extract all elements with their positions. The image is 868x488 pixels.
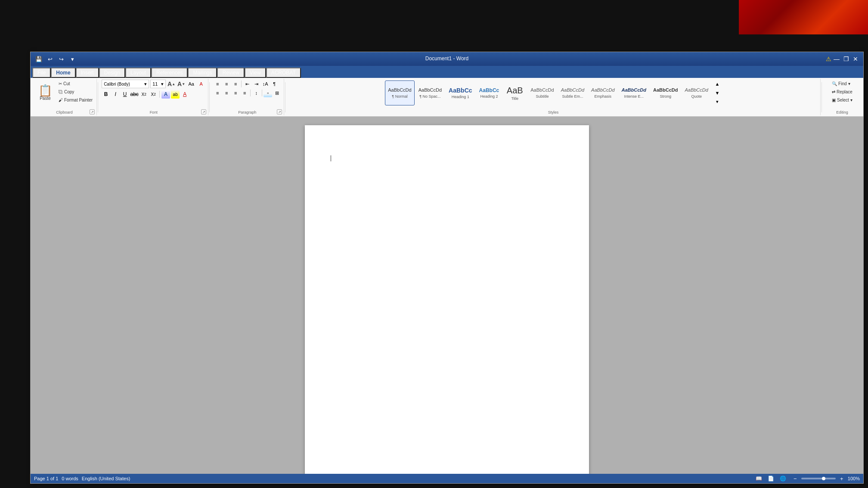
show-marks-button[interactable]: ¶: [270, 80, 279, 88]
styles-scroll-down[interactable]: ▼: [713, 89, 722, 97]
style-strong[interactable]: AaBbCcDd Strong: [650, 80, 681, 105]
tab-acrobat[interactable]: ACROBAT: [266, 68, 301, 78]
style-no-spacing-label: ¶ No Spac...: [419, 94, 440, 99]
tab-references[interactable]: References: [151, 68, 188, 78]
language-indicator[interactable]: English (United States): [82, 476, 130, 481]
style-normal[interactable]: AaBbCcDd ¶ Normal: [385, 80, 414, 105]
qat-customize-button[interactable]: ▾: [68, 54, 77, 64]
styles-scroll-up[interactable]: ▲: [713, 80, 722, 88]
style-title[interactable]: AaB Title: [503, 80, 527, 105]
style-subtitle-preview: AaBbCcDd: [530, 87, 554, 93]
styles-row: AaBbCcDd ¶ Normal AaBbCcDd ¶ No Spac... …: [385, 80, 722, 106]
tab-home[interactable]: Home: [51, 68, 75, 78]
text-cursor: [331, 155, 331, 161]
align-left-button[interactable]: ≡: [213, 89, 222, 97]
align-right-button[interactable]: ≡: [231, 89, 240, 97]
divider-4: [822, 82, 822, 112]
justify-button[interactable]: ≡: [240, 89, 249, 97]
style-subtle-em-label: Subtle Em...: [562, 94, 583, 99]
paste-button[interactable]: 📋 Paste: [35, 80, 56, 105]
divider-1: [98, 82, 98, 112]
multilevel-button[interactable]: ≡: [231, 80, 240, 88]
style-intense-e[interactable]: AaBbCcDd Intense E...: [619, 80, 649, 105]
tab-insert[interactable]: Insert: [76, 68, 99, 78]
tab-mailings[interactable]: Mailings: [188, 68, 217, 78]
shading-button[interactable]: ▫: [264, 89, 272, 97]
styles-expand[interactable]: ▾: [713, 98, 722, 106]
redo-button[interactable]: ↪: [56, 54, 66, 64]
tab-file[interactable]: File: [32, 68, 51, 78]
copy-button[interactable]: ⿻ Copy: [57, 88, 94, 96]
style-emphasis[interactable]: AaBbCcDd Emphasis: [588, 80, 617, 105]
watermark: [739, 0, 868, 34]
tab-layout[interactable]: Layout: [125, 68, 151, 78]
editing-group-label: Editing: [823, 110, 862, 114]
divider-3: [285, 82, 285, 112]
font-launcher[interactable]: ↗: [201, 109, 206, 114]
style-heading1-label: Heading 1: [452, 95, 469, 99]
strikethrough-button[interactable]: abc: [130, 90, 139, 99]
styles-group: AaBbCcDd ¶ Normal AaBbCcDd ¶ No Spac... …: [286, 79, 821, 115]
increase-indent-button[interactable]: ⇥: [252, 80, 260, 88]
status-bar: Page 1 of 1 0 words English (United Stat…: [31, 474, 863, 483]
document-area: [31, 117, 863, 474]
cut-icon: ✂: [59, 81, 62, 86]
font-size-selector[interactable]: 11 ▾: [150, 80, 166, 88]
bullets-button[interactable]: ≡: [213, 80, 222, 88]
style-heading2[interactable]: AaBbCc Heading 2: [476, 80, 502, 105]
undo-button[interactable]: ↩: [45, 54, 55, 64]
font-shrink-button[interactable]: A▼: [177, 80, 186, 88]
close-button[interactable]: ✕: [851, 55, 860, 63]
zoom-out-button[interactable]: −: [790, 474, 800, 483]
font-grow-button[interactable]: A▲: [167, 80, 176, 88]
find-button[interactable]: 🔍 Find ▾: [831, 80, 854, 87]
page-info: Page 1 of 1: [34, 476, 58, 481]
zoom-slider[interactable]: [801, 478, 836, 479]
text-effects-button[interactable]: A: [161, 90, 170, 99]
numbering-button[interactable]: ≡: [222, 80, 231, 88]
tab-review[interactable]: Review: [217, 68, 244, 78]
line-spacing-button[interactable]: ↕: [252, 89, 260, 97]
sort-button[interactable]: ↕A: [261, 80, 270, 88]
replace-button[interactable]: ⇄ Replace: [831, 88, 854, 96]
style-subtitle[interactable]: AaBbCcDd Subtitle: [527, 80, 557, 105]
print-layout-button[interactable]: 📄: [766, 474, 776, 483]
find-icon: 🔍: [832, 81, 837, 86]
clipboard-launcher[interactable]: ↗: [90, 109, 95, 114]
zoom-in-button[interactable]: +: [837, 474, 846, 483]
borders-button[interactable]: ⊞: [273, 89, 281, 97]
italic-button[interactable]: I: [111, 90, 120, 99]
select-dropdown: ▾: [850, 98, 852, 102]
font-name-selector[interactable]: Calibri (Body) ▾: [102, 80, 149, 88]
web-layout-button[interactable]: 🌐: [778, 474, 788, 483]
window-title: Document1 - Word: [425, 56, 468, 62]
tab-design[interactable]: Design: [99, 68, 125, 78]
word-count: 0 words: [62, 476, 78, 481]
align-center-button[interactable]: ≡: [222, 89, 231, 97]
decrease-indent-button[interactable]: ⇤: [243, 80, 251, 88]
minimize-button[interactable]: —: [832, 55, 841, 63]
underline-button[interactable]: U: [121, 90, 129, 99]
document-page[interactable]: [305, 125, 589, 474]
style-heading1[interactable]: AaBbCc Heading 1: [446, 80, 475, 105]
bold-button[interactable]: B: [102, 90, 110, 99]
format-painter-button[interactable]: 🖌 Format Painter: [57, 96, 94, 104]
read-mode-button[interactable]: 📖: [754, 474, 764, 483]
restore-button[interactable]: ❐: [842, 55, 850, 63]
font-size-dropdown-icon: ▾: [161, 81, 164, 87]
tab-view[interactable]: View: [245, 68, 266, 78]
select-button[interactable]: ▣ Select ▾: [831, 96, 854, 104]
paragraph-launcher[interactable]: ↗: [277, 109, 282, 114]
style-no-spacing[interactable]: AaBbCcDd ¶ No Spac...: [415, 80, 445, 105]
highlight-button[interactable]: ab: [171, 90, 180, 99]
superscript-button[interactable]: X2: [149, 90, 158, 99]
clear-formatting-button[interactable]: A: [197, 80, 205, 88]
font-color-button[interactable]: A: [180, 90, 189, 99]
style-title-preview: AaB: [507, 85, 523, 96]
change-case-button[interactable]: Aa: [187, 80, 195, 88]
save-button[interactable]: 💾: [34, 54, 43, 64]
cut-button[interactable]: ✂ Cut: [57, 80, 94, 87]
subscript-button[interactable]: X2: [140, 90, 148, 99]
style-subtle-em[interactable]: AaBbCcDd Subtle Em...: [558, 80, 587, 105]
style-quote[interactable]: AaBbCcDd Quote: [682, 80, 711, 105]
